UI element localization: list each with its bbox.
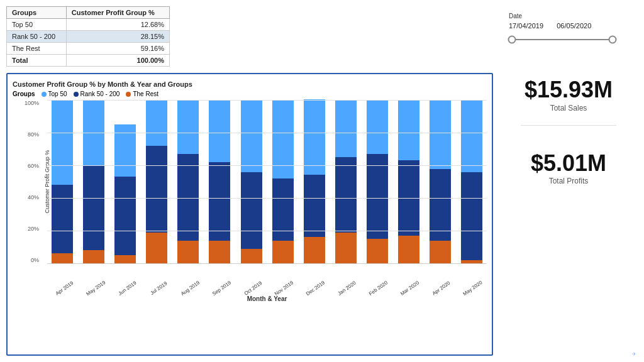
date-slider[interactable] [509, 33, 616, 46]
legend-rank: Rank 50 - 200 [74, 90, 120, 97]
metric-profits-label: Total Profits [509, 177, 628, 185]
main-container: Groups Customer Profit Group % Top 5012.… [0, 0, 644, 362]
bar-stack [398, 100, 419, 263]
table-cell-value: 59.16% [66, 43, 169, 55]
bar-col [394, 100, 424, 263]
bar-segment-rest [114, 255, 136, 263]
bar-stack [146, 100, 167, 263]
bar-segment-top50 [83, 100, 104, 165]
table-cell-value: 12.68% [66, 19, 169, 31]
bar-stack [177, 100, 199, 263]
bar-segment-rank [461, 172, 482, 260]
legend-label-rest: The Rest [133, 90, 158, 97]
watermark: ✈ [632, 351, 636, 357]
bar-col [47, 100, 77, 263]
bar-col [299, 100, 330, 263]
date-range-display: 17/04/2019 06/05/2020 [509, 22, 628, 30]
bar-stack [83, 100, 104, 263]
bar-segment-rank [146, 146, 167, 233]
bar-segment-rank [209, 162, 230, 241]
x-axis-label: May 2019 [81, 277, 110, 300]
bar-segment-rank [272, 178, 294, 241]
slider-thumb-left[interactable] [508, 36, 516, 44]
bar-segment-top50 [272, 100, 294, 178]
table-cell-group: Total [7, 55, 67, 67]
bar-segment-rank [241, 172, 262, 249]
table-cell-value: 28.15% [66, 31, 169, 43]
metric-sales-value: $15.93M [509, 77, 628, 102]
slider-range [514, 39, 611, 40]
bar-col [268, 100, 298, 263]
bar-col [173, 100, 203, 263]
legend-label-top50: Top 50 [48, 90, 67, 97]
legend-dot-rank [74, 92, 79, 97]
bar-stack [367, 100, 388, 263]
x-axis-label: Apr 2019 [50, 277, 79, 300]
x-axis-label: Jun 2019 [113, 277, 142, 300]
bar-col [425, 100, 455, 263]
legend-label-rank: Rank 50 - 200 [80, 90, 120, 97]
table-row: Top 5012.68% [7, 19, 170, 31]
x-axis-label: Jan 2020 [333, 277, 362, 300]
bar-segment-rank [335, 157, 357, 233]
table-cell-value: 100.00% [66, 55, 169, 67]
date-start: 17/04/2019 [509, 22, 543, 30]
x-axis-label: Jul 2019 [144, 277, 173, 300]
chart-legend: Groups Top 50 Rank 50 - 200 The Rest [13, 90, 487, 97]
table-row: The Rest59.16% [7, 43, 170, 55]
bar-segment-rank [367, 154, 388, 239]
bar-col [331, 100, 361, 263]
left-panel: Groups Customer Profit Group % Top 5012.… [6, 6, 493, 356]
x-axis-label: Aug 2019 [175, 277, 204, 300]
bar-segment-rank [52, 185, 73, 253]
bar-segment-rest [83, 250, 104, 263]
bar-col [204, 100, 235, 263]
x-axis-label: Mar 2020 [396, 277, 425, 300]
bar-stack [304, 99, 325, 263]
bar-segment-rank [398, 160, 419, 236]
metric-divider [521, 125, 616, 126]
legend-dot-top50 [42, 92, 47, 97]
slider-thumb-right[interactable] [608, 36, 616, 44]
bar-col [457, 100, 487, 263]
bar-segment-top50 [52, 100, 73, 185]
bar-segment-rank [114, 177, 136, 255]
bar-segment-rest [304, 237, 325, 263]
bar-segment-rest [52, 253, 73, 263]
x-axis-labels: Apr 2019May 2019Jun 2019Jul 2019Aug 2019… [47, 283, 487, 292]
table-cell-group: Rank 50 - 200 [7, 31, 67, 43]
table-row: Rank 50 - 20028.15% [7, 31, 170, 43]
metric-total-sales: $15.93M Total Sales [509, 77, 628, 112]
chart-title: Customer Profit Group % by Month & Year … [13, 80, 487, 88]
bar-segment-top50 [209, 100, 230, 162]
bar-segment-rest [398, 236, 419, 263]
x-axis-label: Feb 2020 [364, 277, 393, 300]
metric-profits-value: $5.01M [509, 151, 628, 176]
x-axis-label: May 2020 [458, 277, 487, 300]
date-section: Date 17/04/2019 06/05/2020 [509, 13, 628, 46]
bar-stack [461, 101, 482, 263]
bar-segment-rest [367, 239, 388, 263]
bar-stack [114, 124, 136, 263]
bar-segment-rest [430, 241, 451, 263]
bar-segment-top50 [430, 101, 451, 169]
legend-rest: The Rest [126, 90, 158, 97]
bar-segment-top50 [335, 100, 357, 157]
bar-segment-rank [430, 169, 451, 241]
bar-stack [430, 101, 451, 263]
bar-segment-rest [335, 233, 357, 263]
bar-stack [272, 100, 294, 263]
bar-segment-rest [461, 260, 482, 263]
bar-stack [241, 101, 262, 263]
bars-container [47, 100, 487, 263]
bar-segment-top50 [304, 99, 325, 175]
x-axis-label: Dec 2019 [301, 277, 330, 300]
y-axis-labels: 100% 80% 60% 40% 20% 0% [25, 100, 39, 263]
bar-segment-top50 [398, 100, 419, 160]
bar-segment-top50 [241, 101, 262, 172]
bar-segment-rest [146, 233, 167, 263]
bar-stack [52, 100, 73, 263]
chart-container: Customer Profit Group % by Month & Year … [6, 73, 493, 356]
metric-sales-label: Total Sales [509, 104, 628, 112]
bar-col [142, 100, 172, 263]
